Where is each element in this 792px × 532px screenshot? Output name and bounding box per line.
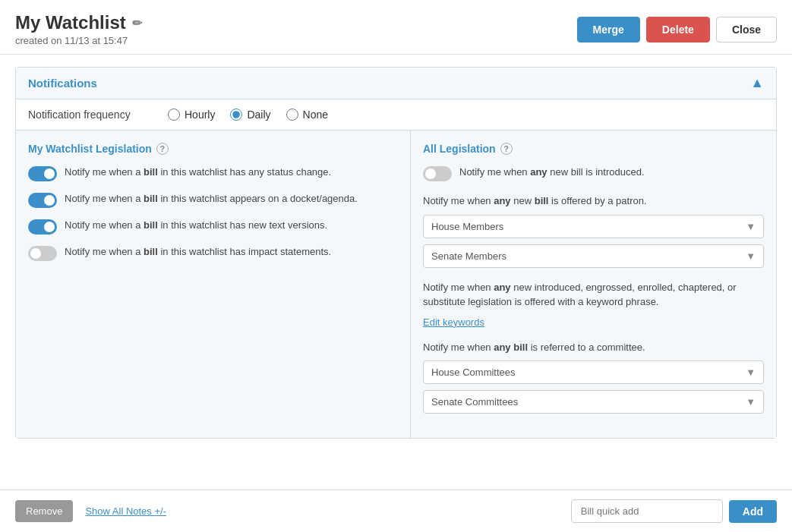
notify-patron-text: Notify me when any new bill is offered b… xyxy=(423,194,764,209)
toggle-docket-text: Notify me when a bill in this watchlist … xyxy=(65,192,358,206)
header-left: My Watchlist ✏ created on 11/13 at 15:47 xyxy=(15,12,142,46)
radio-group: Hourly Daily None xyxy=(168,109,328,121)
toggle-status-change-switch[interactable] xyxy=(28,166,57,181)
senate-committees-label: Senate Committees xyxy=(431,396,518,408)
watchlist-help-icon[interactable]: ? xyxy=(156,143,169,155)
radio-none-label: None xyxy=(303,109,328,121)
toggle-impact-switch[interactable] xyxy=(28,246,57,261)
page-header: My Watchlist ✏ created on 11/13 at 15:47… xyxy=(0,0,792,55)
bottom-bar: Remove Show All Notes +/- Add xyxy=(0,490,792,532)
radio-none-input[interactable] xyxy=(286,109,298,121)
senate-members-dropdown[interactable]: Senate Members ▼ xyxy=(423,244,764,268)
radio-hourly-input[interactable] xyxy=(168,109,180,121)
notifications-section: Notifications ▲ Notification frequency H… xyxy=(15,67,777,439)
notify-patron: Notify me when any new bill is offered b… xyxy=(423,194,764,268)
house-members-dropdown[interactable]: House Members ▼ xyxy=(423,215,764,238)
col-all-legislation: All Legislation ? Notify me when any new… xyxy=(411,131,776,438)
quick-add-input[interactable] xyxy=(571,499,723,523)
notify-keywords: Notify me when any new introduced, engro… xyxy=(423,280,764,328)
senate-members-label: Senate Members xyxy=(431,250,506,262)
add-button[interactable]: Add xyxy=(729,500,777,523)
edit-icon[interactable]: ✏ xyxy=(132,16,142,30)
toggle-new-bill: Notify me when any new bill is introduce… xyxy=(423,165,764,181)
collapse-icon[interactable]: ▲ xyxy=(750,75,764,91)
radio-hourly[interactable]: Hourly xyxy=(168,109,215,121)
house-members-chevron: ▼ xyxy=(746,221,756,232)
close-button[interactable]: Close xyxy=(716,17,777,42)
edit-keywords-link[interactable]: Edit keywords xyxy=(423,316,484,328)
content-columns: My Watchlist Legislation ? Notify me whe… xyxy=(16,131,776,438)
toggle-impact: Notify me when a bill in this watchlist … xyxy=(28,245,398,261)
house-committees-label: House Committees xyxy=(431,367,516,378)
toggle-text-versions-switch[interactable] xyxy=(28,219,57,235)
senate-committees-chevron: ▼ xyxy=(746,396,756,408)
toggle-text-versions: Notify me when a bill in this watchlist … xyxy=(28,219,398,235)
watchlist-title: My Watchlist xyxy=(15,12,126,33)
page-title: My Watchlist ✏ xyxy=(15,12,142,33)
frequency-row: Notification frequency Hourly Daily None xyxy=(16,99,776,131)
radio-hourly-label: Hourly xyxy=(185,109,215,121)
all-legislation-title: All Legislation ? xyxy=(423,143,764,155)
toggle-text-versions-text: Notify me when a bill in this watchlist … xyxy=(65,219,327,232)
bottom-left: Remove Show All Notes +/- xyxy=(15,500,166,522)
delete-button[interactable]: Delete xyxy=(646,17,710,42)
notify-committee-text: Notify me when any bill is referred to a… xyxy=(423,340,764,355)
toggle-docket-switch[interactable] xyxy=(28,193,57,208)
watchlist-legislation-title: My Watchlist Legislation ? xyxy=(28,143,398,155)
col-watchlist-legislation: My Watchlist Legislation ? Notify me whe… xyxy=(16,131,411,438)
show-notes-link[interactable]: Show All Notes +/- xyxy=(85,505,166,517)
house-committees-chevron: ▼ xyxy=(746,367,756,378)
radio-none[interactable]: None xyxy=(286,109,328,121)
senate-members-chevron: ▼ xyxy=(746,250,756,262)
remove-button[interactable]: Remove xyxy=(15,500,73,522)
senate-committees-dropdown[interactable]: Senate Committees ▼ xyxy=(423,390,764,414)
notifications-header: Notifications ▲ xyxy=(16,68,776,99)
frequency-label: Notification frequency xyxy=(28,109,150,121)
radio-daily[interactable]: Daily xyxy=(230,109,270,121)
toggle-impact-text: Notify me when a bill in this watchlist … xyxy=(65,245,331,259)
all-legislation-help-icon[interactable]: ? xyxy=(500,143,513,155)
radio-daily-input[interactable] xyxy=(230,109,242,121)
radio-daily-label: Daily xyxy=(247,109,270,121)
notify-committee: Notify me when any bill is referred to a… xyxy=(423,340,764,414)
toggle-status-change: Notify me when a bill in this watchlist … xyxy=(28,165,398,181)
header-buttons: Merge Delete Close xyxy=(577,17,777,42)
bottom-right: Add xyxy=(571,499,777,523)
house-committees-dropdown[interactable]: House Committees ▼ xyxy=(423,360,764,384)
notifications-title: Notifications xyxy=(28,77,97,90)
merge-button[interactable]: Merge xyxy=(577,17,640,42)
created-date: created on 11/13 at 15:47 xyxy=(15,35,142,46)
toggle-docket: Notify me when a bill in this watchlist … xyxy=(28,192,398,208)
toggle-status-change-text: Notify me when a bill in this watchlist … xyxy=(65,165,331,179)
house-members-label: House Members xyxy=(431,221,503,232)
notify-keywords-text: Notify me when any new introduced, engro… xyxy=(423,280,764,310)
toggle-new-bill-switch[interactable] xyxy=(423,166,452,181)
toggle-new-bill-text: Notify me when any new bill is introduce… xyxy=(459,165,645,179)
